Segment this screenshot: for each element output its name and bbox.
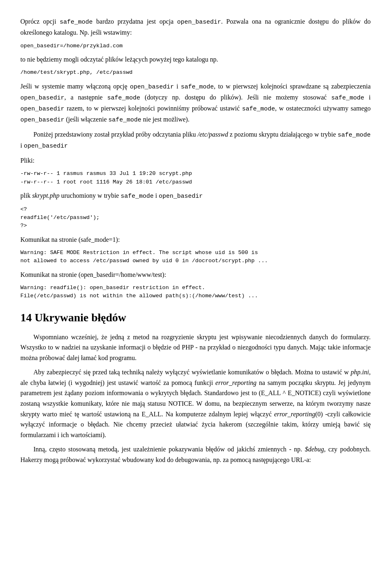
- label-pliki: Pliki:: [20, 155, 371, 166]
- code-safe-mode-2: safe_mode: [181, 84, 214, 91]
- paragraph-8: Inną, często stosowaną metodą, jest uzal…: [20, 444, 371, 465]
- label-komunikat-2: Komunikat na stronie (open_basedir=/home…: [20, 270, 371, 280]
- code-safe-mode: safe_mode: [60, 19, 93, 26]
- label-komunikat-1: Komunikat na stronie (safe_mode=1):: [20, 234, 371, 245]
- code-open-basedir-7: open_basedir: [159, 193, 203, 200]
- code-open-basedir: open_basedir: [177, 19, 221, 26]
- code-block-1: open_basedir=/home/przyklad.com: [20, 42, 371, 50]
- code-safe-mode-7: safe_mode: [338, 132, 371, 139]
- code-safe-mode-6: safe_mode: [108, 117, 141, 124]
- paragraph-3: Jeśli w systemie mamy włączoną opcję ope…: [20, 81, 371, 125]
- code-open-basedir-2: open_basedir: [130, 84, 174, 91]
- paragraph-6: Wspomniano wcześniej, że jedną z metod n…: [20, 332, 371, 363]
- italic-error-reporting: error_reporting: [215, 379, 257, 386]
- code-open-basedir-4: open_basedir: [20, 106, 64, 113]
- code-block-2: /home/test/skrypt.php, /etc/passwd: [20, 69, 371, 77]
- code-block-4: <? readfile('/etc/passwd'); ?>: [20, 206, 371, 230]
- italic-error-reporting-0: error_reporting: [274, 411, 315, 418]
- code-block-6: Warning: readfile(): open_basedir restri…: [20, 284, 371, 301]
- italic-etc-passwd: /etc/passwd: [198, 131, 228, 138]
- code-open-basedir-6: open_basedir: [24, 143, 68, 150]
- paragraph-7: Aby zabezpieczyć się przed taką techniką…: [20, 367, 371, 440]
- code-block-5: Warning: SAFE MODE Restriction in effect…: [20, 249, 371, 265]
- italic-skrypt-php: skrypt.php: [32, 192, 59, 199]
- code-safe-mode-4: safe_mode: [331, 95, 364, 102]
- section-heading-14: 14 Ukrywanie błędów: [20, 309, 371, 327]
- code-safe-mode-3: safe_mode: [107, 95, 140, 102]
- code-open-basedir-5: open_basedir: [20, 117, 64, 124]
- italic-php-ini: php.ini: [351, 369, 369, 376]
- page-content: Oprócz opcji safe_mode bardzo przydatna …: [20, 16, 371, 465]
- paragraph-2: to nie będziemy mogli odczytać plików le…: [20, 54, 371, 65]
- italic-debug: $debug: [305, 446, 324, 453]
- paragraph-4: Poniżej przedstawiony został przykład pr…: [20, 129, 371, 151]
- code-safe-mode-8: safe_mode: [121, 193, 154, 200]
- code-block-3: -rw-rw-r-- 1 rasmus rasmus 33 Jul 1 19:2…: [20, 170, 371, 186]
- code-safe-mode-5: safe_mode: [242, 106, 275, 113]
- code-open-basedir-3: open_basedir: [20, 95, 64, 102]
- paragraph-1: Oprócz opcji safe_mode bardzo przydatna …: [20, 16, 371, 38]
- paragraph-5: plik skrypt.php uruchomiony w trybie saf…: [20, 190, 371, 201]
